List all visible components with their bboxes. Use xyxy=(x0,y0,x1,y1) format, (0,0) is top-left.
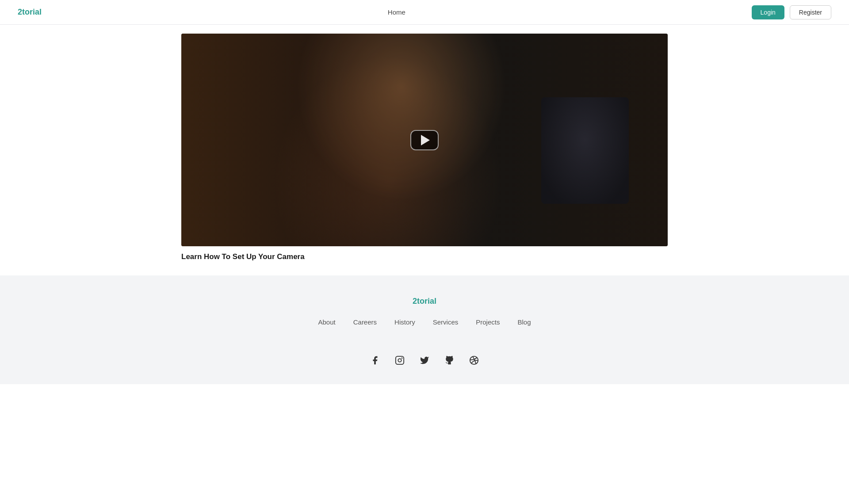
nav-link-home[interactable]: Home xyxy=(388,8,405,16)
footer-link-history[interactable]: History xyxy=(394,318,415,326)
header: 2torial Home Login Register xyxy=(0,0,849,25)
footer-link-services[interactable]: Services xyxy=(433,318,459,326)
scene-camera xyxy=(541,97,629,204)
video-container[interactable] xyxy=(181,34,668,246)
footer: 2torial About Careers History Services P… xyxy=(0,275,849,384)
login-button[interactable]: Login xyxy=(752,5,784,19)
dribbble-icon[interactable] xyxy=(468,354,480,367)
twitter-icon[interactable] xyxy=(418,354,431,367)
footer-link-projects[interactable]: Projects xyxy=(476,318,500,326)
register-button[interactable]: Register xyxy=(790,5,831,19)
video-caption: Learn How To Set Up Your Camera xyxy=(181,252,668,275)
github-icon[interactable] xyxy=(443,354,455,367)
footer-link-about[interactable]: About xyxy=(318,318,336,326)
footer-brand: 2torial xyxy=(9,297,840,306)
footer-social xyxy=(9,354,840,367)
main-nav: Home xyxy=(388,8,405,16)
play-icon xyxy=(421,135,430,145)
svg-point-2 xyxy=(402,358,403,359)
instagram-icon[interactable] xyxy=(394,354,406,367)
footer-nav: About Careers History Services Projects … xyxy=(9,318,840,340)
play-button[interactable] xyxy=(410,130,439,150)
nav-actions: Login Register xyxy=(752,5,831,19)
footer-link-blog[interactable]: Blog xyxy=(517,318,531,326)
brand-logo[interactable]: 2torial xyxy=(18,8,42,17)
svg-point-1 xyxy=(398,359,401,362)
facebook-icon[interactable] xyxy=(369,354,381,367)
scene-person xyxy=(254,34,522,246)
footer-link-careers[interactable]: Careers xyxy=(353,318,377,326)
main-content: Learn How To Set Up Your Camera xyxy=(172,25,677,275)
svg-rect-0 xyxy=(396,356,404,364)
